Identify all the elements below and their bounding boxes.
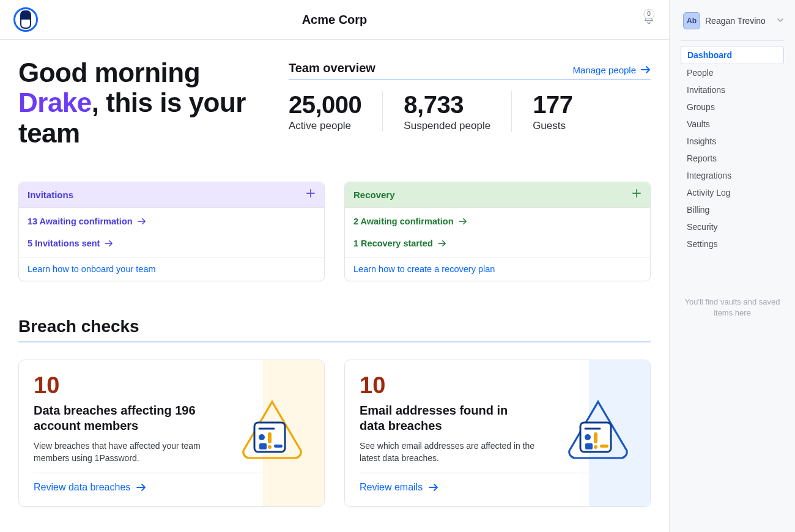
greeting-name: Drake [18, 87, 92, 117]
avatar: Ab [683, 12, 700, 29]
notification-count-badge: 0 [643, 9, 654, 19]
sidebar-item-dashboard[interactable]: Dashboard [681, 46, 784, 64]
sidebar-item-insights[interactable]: Insights [681, 133, 784, 150]
manage-people-label: Manage people [573, 65, 636, 75]
sidebar-item-people[interactable]: People [681, 64, 784, 81]
review-breaches-link[interactable]: Review data breaches [34, 473, 263, 493]
topbar: Acme Corp 0 [0, 0, 669, 40]
stat-guests: 177 Guests [511, 91, 593, 132]
breach-headline: Email addresses found in data breaches [360, 403, 531, 434]
sidebar-item-invitations[interactable]: Invitations [681, 81, 784, 98]
sidebar-item-activity-log[interactable]: Activity Log [681, 184, 784, 201]
arrow-right-icon [641, 65, 651, 74]
svg-point-4 [268, 445, 272, 449]
stat-guests-value: 177 [533, 91, 572, 119]
recovery-row-label: 2 Awaiting confirmation [353, 216, 454, 226]
arrow-right-icon [138, 218, 146, 225]
overview-title: Team overview [289, 61, 375, 75]
user-menu[interactable]: Ab Reagan Trevino [683, 12, 784, 29]
arrow-right-icon [429, 483, 438, 492]
svg-rect-5 [259, 443, 267, 449]
breach-illustration-icon [564, 398, 632, 461]
add-invitation-button[interactable] [306, 188, 316, 201]
user-name: Reagan Trevino [705, 16, 766, 26]
invitations-title: Invitations [28, 190, 73, 200]
svg-point-2 [259, 434, 265, 440]
chevron-down-icon [777, 16, 784, 26]
page-greeting: Good morning Drake, this is your team [18, 57, 263, 149]
greeting-prefix: Good morning [18, 57, 200, 87]
breach-card: 10 Email addresses found in data breache… [344, 360, 651, 508]
invitations-row[interactable]: 5 Invitations sent [19, 232, 324, 254]
add-recovery-button[interactable] [632, 188, 642, 201]
recovery-row[interactable]: 1 Recovery started [345, 232, 650, 254]
right-sidebar: Ab Reagan Trevino DashboardPeopleInvitat… [669, 0, 795, 532]
app-logo-icon[interactable] [13, 7, 38, 32]
breach-count: 10 [34, 374, 263, 397]
recovery-row-label: 1 Recovery started [353, 238, 433, 248]
invitations-card: Invitations 13 Awaiting confirmation 5 I… [18, 182, 325, 281]
svg-rect-10 [594, 432, 597, 443]
sidebar-item-reports[interactable]: Reports [681, 150, 784, 167]
sidebar-item-billing[interactable]: Billing [681, 201, 784, 218]
notifications-button[interactable]: 0 [642, 12, 656, 28]
stat-suspended-label: Suspended people [404, 120, 490, 132]
sidebar-item-integrations[interactable]: Integrations [681, 167, 784, 184]
svg-rect-12 [585, 443, 593, 449]
svg-rect-6 [274, 445, 283, 448]
learn-onboard-link[interactable]: Learn how to onboard your team [28, 264, 156, 274]
stat-active-label: Active people [289, 120, 361, 132]
breach-illustration-icon [239, 398, 306, 461]
sidebar-item-groups[interactable]: Groups [681, 98, 784, 116]
arrow-right-icon [136, 483, 146, 492]
arrow-right-icon [105, 240, 113, 247]
breach-section-title: Breach checks [18, 317, 651, 342]
arrow-right-icon [438, 240, 446, 247]
arrow-right-icon [459, 218, 467, 225]
main-content: Good morning Drake, this is your team Te… [0, 40, 669, 532]
svg-point-9 [585, 434, 591, 440]
breach-description: View breaches that have affected your te… [34, 440, 217, 465]
plus-icon [632, 188, 642, 198]
svg-rect-3 [268, 432, 272, 443]
invitations-row-label: 5 Invitations sent [28, 238, 100, 248]
plus-icon [306, 188, 316, 198]
breach-card: 10 Data breaches affecting 196 account m… [18, 360, 325, 508]
stat-suspended-value: 8,733 [404, 91, 490, 119]
breach-headline: Data breaches affecting 196 account memb… [34, 403, 205, 434]
team-overview: Team overview Manage people 25,000 Activ… [289, 57, 651, 132]
svg-rect-13 [600, 445, 608, 448]
stat-suspended: 8,733 Suspended people [382, 91, 511, 132]
manage-people-link[interactable]: Manage people [573, 65, 651, 75]
breach-action-label: Review data breaches [34, 482, 130, 493]
stat-active: 25,000 Active people [289, 91, 382, 132]
recovery-title: Recovery [353, 190, 395, 200]
recovery-row[interactable]: 2 Awaiting confirmation [345, 210, 650, 232]
sidebar-item-settings[interactable]: Settings [681, 235, 784, 253]
org-name: Acme Corp [87, 13, 582, 27]
breach-action-label: Review emails [360, 482, 423, 493]
breach-description: See which email addresses are affected i… [360, 440, 543, 465]
svg-point-11 [594, 445, 597, 449]
recovery-card: Recovery 2 Awaiting confirmation 1 Recov… [344, 182, 651, 281]
learn-recovery-link[interactable]: Learn how to create a recovery plan [353, 264, 495, 274]
sidebar-footer: You'll find vaults and saved items here [681, 297, 784, 319]
sidebar-item-security[interactable]: Security [681, 218, 784, 235]
breach-count: 10 [360, 374, 589, 397]
invitations-row[interactable]: 13 Awaiting confirmation [19, 210, 324, 232]
sidebar-item-vaults[interactable]: Vaults [681, 116, 784, 133]
sidebar-nav: DashboardPeopleInvitationsGroupsVaultsIn… [681, 46, 784, 253]
stat-active-value: 25,000 [289, 91, 361, 119]
review-emails-link[interactable]: Review emails [360, 473, 589, 493]
invitations-row-label: 13 Awaiting confirmation [28, 216, 133, 226]
stat-guests-label: Guests [533, 120, 572, 132]
